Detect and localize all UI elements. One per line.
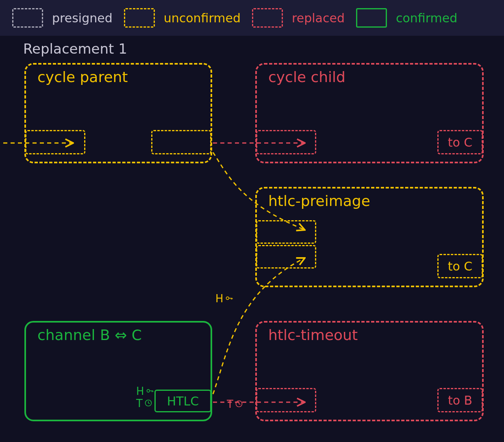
t-label: T [136, 397, 143, 410]
htlc-preimage-input-2 [256, 245, 316, 269]
htlc-preimage-output: to C [437, 254, 483, 278]
cycle-parent-output [151, 130, 211, 154]
channel-bc-label: channel B ⇔ C [37, 327, 142, 343]
clock-icon [144, 397, 152, 410]
cycle-child-input [256, 130, 316, 154]
edge-h-label: H [215, 292, 224, 305]
legend-presigned: presigned [12, 8, 113, 28]
htlc-timeout-box: htlc-timeout to B [255, 321, 484, 421]
cycle-parent-input [25, 130, 85, 154]
legend-swatch-confirmed [356, 8, 387, 28]
legend-swatch-replaced [252, 8, 283, 28]
key-icon [146, 385, 154, 397]
legend-label-replaced: replaced [292, 11, 345, 25]
legend-unconfirmed: unconfirmed [124, 8, 241, 28]
legend-swatch-unconfirmed [124, 8, 155, 28]
edge-h-annot: H [215, 292, 233, 305]
svg-point-2 [226, 297, 229, 300]
cycle-child-output: to C [437, 130, 483, 154]
section-title: Replacement 1 [23, 41, 127, 57]
htlc-timeout-output: to B [437, 388, 483, 412]
edge-t-label: T [227, 398, 233, 410]
h-label: H [136, 385, 144, 397]
legend-label-unconfirmed: unconfirmed [164, 11, 241, 25]
cycle-parent-box: cycle parent [24, 63, 212, 163]
clock-icon [235, 398, 243, 410]
htlc-timeout-label: htlc-timeout [268, 327, 358, 343]
edge-t-annot: T [227, 398, 243, 410]
channel-bc-h-annot: H [136, 385, 154, 397]
htlc-timeout-input [256, 388, 316, 412]
key-icon [225, 292, 233, 305]
htlc-preimage-label: htlc-preimage [268, 193, 370, 209]
diagram-stage: presigned unconfirmed replaced confirmed… [0, 0, 504, 442]
channel-bc-box: channel B ⇔ C HTLC [24, 321, 212, 421]
channel-bc-htlc-output: HTLC [154, 390, 211, 412]
legend-bar: presigned unconfirmed replaced confirmed [0, 0, 504, 36]
svg-point-0 [147, 390, 150, 392]
legend-confirmed: confirmed [356, 8, 457, 28]
legend-swatch-presigned [12, 8, 43, 28]
cycle-parent-label: cycle parent [37, 69, 128, 85]
cycle-child-label: cycle child [268, 69, 345, 85]
cycle-child-box: cycle child to C [255, 63, 484, 163]
legend-replaced: replaced [252, 8, 345, 28]
legend-label-confirmed: confirmed [396, 11, 457, 25]
htlc-preimage-input-1 [256, 220, 316, 244]
htlc-preimage-box: htlc-preimage to C [255, 187, 484, 287]
channel-bc-t-annot: T [136, 397, 152, 410]
legend-label-presigned: presigned [52, 11, 113, 25]
